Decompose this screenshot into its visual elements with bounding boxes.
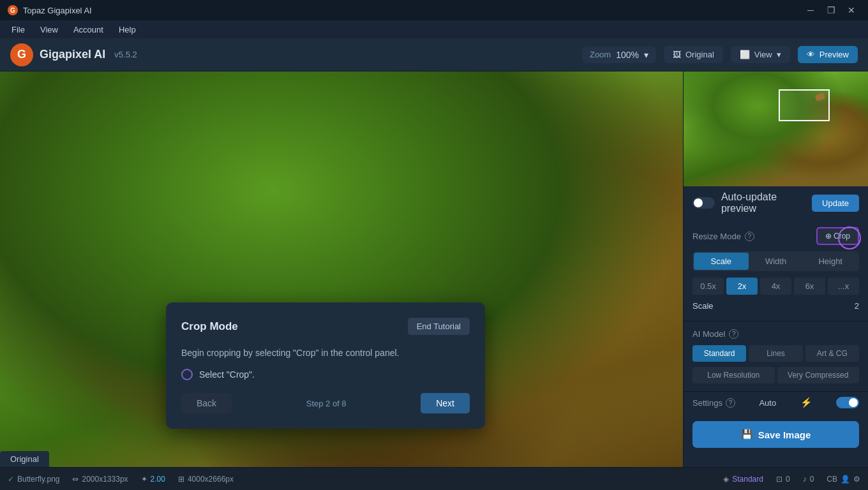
- statusbar-scale: ✦ 2.00: [141, 475, 165, 484]
- cb-label: CB: [827, 475, 837, 484]
- input-size: 2000x1333px: [82, 475, 128, 484]
- end-tutorial-button[interactable]: End Tutorial: [408, 318, 470, 335]
- dialog-footer: Back Step 2 of 8 Next: [181, 393, 470, 413]
- app-logo: G Gigapixel AI v5.5.2: [10, 43, 137, 66]
- image-icon: 🖼: [673, 50, 681, 59]
- view-icon: ⬜: [740, 50, 750, 59]
- ai-model-info-icon[interactable]: ?: [729, 329, 738, 339]
- settings-toggle[interactable]: [836, 397, 859, 408]
- canvas-area[interactable]: Crop Mode End Tutorial Begin cropping by…: [0, 71, 683, 467]
- close-button[interactable]: ✕: [842, 1, 860, 19]
- app-icon: G: [8, 5, 18, 15]
- crop-select-row: Select "Crop".: [181, 369, 470, 380]
- save-label: Save Image: [758, 429, 811, 440]
- ai-lines-button[interactable]: Lines: [749, 345, 802, 362]
- scale-buttons: 0.5x 2x 4x 6x ...x: [692, 278, 859, 295]
- lightning-icon: ⚡: [800, 397, 812, 408]
- menu-file[interactable]: File: [5, 23, 31, 36]
- preview-thumbnail: [684, 71, 868, 186]
- auto-update-toggle[interactable]: [692, 197, 715, 209]
- back-button[interactable]: Back: [181, 393, 232, 413]
- tab-height[interactable]: Height: [803, 253, 858, 270]
- scale-0-5x-button[interactable]: 0.5x: [692, 278, 724, 295]
- crop-mode-dialog: Crop Mode End Tutorial Begin cropping by…: [166, 302, 485, 429]
- audio-level: 0: [810, 475, 814, 484]
- tab-width[interactable]: Width: [749, 253, 804, 270]
- toggle-container: Auto-update preview: [692, 191, 812, 214]
- maximize-button[interactable]: ❐: [822, 1, 840, 19]
- check-icon: ✓: [8, 475, 14, 484]
- original-tab[interactable]: Original: [0, 451, 49, 467]
- menu-help[interactable]: Help: [112, 23, 142, 36]
- zoom-chevron-icon: ▾: [644, 50, 648, 60]
- scale-display: 2.00: [151, 475, 165, 484]
- model-name: Standard: [732, 475, 763, 484]
- menubar: File View Account Help: [0, 20, 868, 38]
- ai-model-title: AI Model ?: [692, 329, 859, 339]
- auto-update-label: Auto-update preview: [721, 191, 812, 214]
- statusbar-model: ◈ Standard: [723, 475, 763, 484]
- resize-mode-info-icon[interactable]: ?: [745, 232, 754, 241]
- titlebar-controls: ─ ❐ ✕: [802, 1, 860, 19]
- settings-info-icon[interactable]: ?: [726, 398, 735, 408]
- face-count: 0: [786, 475, 790, 484]
- step-text: Step 2 of 8: [306, 399, 347, 408]
- settings-small-icon: ⚙: [853, 475, 860, 484]
- original-button[interactable]: 🖼 Original: [664, 46, 723, 63]
- scale-custom-button[interactable]: ...x: [828, 278, 859, 295]
- titlebar-left: G Topaz Gigapixel AI: [8, 5, 92, 15]
- crop-label: Crop: [834, 232, 850, 241]
- crop-select-text: Select "Crop".: [199, 369, 255, 380]
- zoom-control[interactable]: Zoom 100% ▾: [582, 47, 656, 63]
- scale-value: 2: [855, 301, 859, 311]
- audio-icon: ♪: [803, 475, 807, 484]
- settings-toggle-knob: [849, 398, 858, 407]
- ai-very-compressed-button[interactable]: Very Compressed: [777, 367, 860, 383]
- next-button[interactable]: Next: [421, 393, 470, 413]
- settings-label: Settings ?: [692, 398, 735, 408]
- ai-model-section: AI Model ? Standard Lines Art & CG Low R…: [684, 322, 868, 392]
- output-icon: ⊞: [178, 475, 184, 484]
- scale-label: Scale: [692, 301, 714, 311]
- ai-standard-button[interactable]: Standard: [692, 345, 746, 362]
- menu-view[interactable]: View: [34, 23, 64, 36]
- titlebar-title: Topaz Gigapixel AI: [23, 6, 92, 15]
- ai-model-row: Standard Lines Art & CG: [692, 345, 859, 362]
- preview-button[interactable]: 👁 Preview: [798, 46, 858, 63]
- app-logo-icon: G: [10, 43, 33, 66]
- menu-account[interactable]: Account: [67, 23, 110, 36]
- resize-mode-section: Resize Mode ? ⊕ Crop Scale Width Height …: [684, 219, 868, 322]
- auto-update-row: Auto-update preview Update: [684, 186, 868, 219]
- crop-dialog-title: Crop Mode: [181, 320, 238, 333]
- settings-text: Settings: [692, 398, 722, 408]
- titlebar: G Topaz Gigapixel AI ─ ❐ ✕: [0, 0, 868, 20]
- scale-6x-button[interactable]: 6x: [794, 278, 825, 295]
- minimize-button[interactable]: ─: [802, 1, 819, 19]
- settings-auto-label: Auto: [759, 398, 776, 408]
- view-label: View: [754, 50, 772, 59]
- crop-dialog-body: Begin cropping by selecting "Crop" in th…: [181, 346, 470, 360]
- statusbar-audio: ♪ 0: [803, 475, 814, 484]
- crop-button[interactable]: ⊕ Crop: [816, 227, 859, 245]
- original-label: Original: [685, 50, 714, 59]
- view-button[interactable]: ⬜ View ▾: [731, 46, 790, 63]
- file-name: Butterfly.png: [17, 475, 59, 484]
- resize-mode-label: Resize Mode: [692, 232, 741, 241]
- zoom-label: Zoom: [590, 50, 611, 59]
- eye-icon: 👁: [807, 50, 815, 59]
- statusbar-cb: CB 👤 ⚙: [827, 475, 860, 484]
- statusbar-file: ✓ Butterfly.png: [8, 475, 59, 484]
- output-size: 4000x2666px: [188, 475, 234, 484]
- ai-low-resolution-button[interactable]: Low Resolution: [692, 367, 775, 383]
- resize-mode-tabs: Scale Width Height: [692, 251, 859, 271]
- ai-model-label: AI Model: [692, 329, 725, 339]
- ai-artcg-button[interactable]: Art & CG: [805, 345, 859, 362]
- update-button[interactable]: Update: [812, 195, 859, 212]
- save-image-button[interactable]: 💾 Save Image: [692, 421, 859, 448]
- settings-row: Settings ? Auto ⚡: [684, 392, 868, 413]
- tab-scale[interactable]: Scale: [694, 253, 749, 270]
- scale-4x-button[interactable]: 4x: [760, 278, 791, 295]
- scale-2x-button[interactable]: 2x: [726, 278, 758, 295]
- right-panel: Auto-update preview Update Resize Mode ?…: [683, 71, 868, 467]
- statusbar: ✓ Butterfly.png ⇔ 2000x1333px ✦ 2.00 ⊞ 4…: [0, 467, 868, 490]
